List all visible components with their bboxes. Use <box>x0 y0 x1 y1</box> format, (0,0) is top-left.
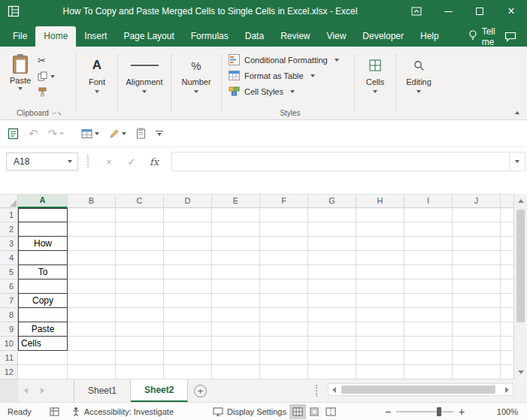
cell-B8[interactable] <box>68 308 116 322</box>
cell-J6[interactable] <box>453 279 501 294</box>
zoom-in-button[interactable]: + <box>456 406 467 418</box>
tell-me-box[interactable]: Tell me <box>468 26 504 47</box>
cell-A12[interactable] <box>18 365 68 379</box>
cell-J9[interactable] <box>453 322 501 337</box>
cell-H9[interactable] <box>356 322 404 337</box>
cell-J4[interactable] <box>453 251 501 265</box>
horizontal-scrollbar[interactable] <box>328 383 513 396</box>
redo-button[interactable]: ↷ <box>48 128 65 139</box>
ribbon-display-options-icon[interactable] <box>401 0 432 23</box>
column-header-d[interactable]: D <box>164 195 212 208</box>
cell-D3[interactable] <box>164 237 212 251</box>
tab-data[interactable]: Data <box>237 26 272 47</box>
cell-styles-button[interactable]: Cell Styles <box>229 83 352 99</box>
column-header-f[interactable]: F <box>260 195 308 208</box>
cell-I2[interactable] <box>404 222 453 237</box>
cell-I3[interactable] <box>404 237 453 251</box>
cell-F1[interactable] <box>260 208 308 222</box>
cell-C5[interactable] <box>116 265 164 279</box>
cell-H10[interactable] <box>356 337 404 351</box>
row-header-2[interactable]: 2 <box>0 222 18 237</box>
cell-G8[interactable] <box>308 308 356 322</box>
cell-G4[interactable] <box>308 251 356 265</box>
column-header-b[interactable]: B <box>68 195 116 208</box>
cell-F2[interactable] <box>260 222 308 237</box>
cell-F9[interactable] <box>260 322 308 337</box>
cell-I11[interactable] <box>404 351 453 365</box>
cell-B4[interactable] <box>68 251 116 265</box>
cell-E5[interactable] <box>212 265 260 279</box>
cell-D10[interactable] <box>164 337 212 351</box>
row-header-1[interactable]: 1 <box>0 208 18 222</box>
font-group-button[interactable]: A Font <box>77 48 117 119</box>
cell-A8[interactable] <box>18 308 68 322</box>
cell-A10[interactable]: Cells <box>18 337 68 351</box>
cell-E2[interactable] <box>212 222 260 237</box>
cell-G1[interactable] <box>308 208 356 222</box>
tab-insert[interactable]: Insert <box>76 26 115 47</box>
scroll-right-button[interactable] <box>501 384 513 395</box>
qat-pen-button[interactable] <box>109 128 126 139</box>
cell-J10[interactable] <box>453 337 501 351</box>
cell-E10[interactable] <box>212 337 260 351</box>
cell-C6[interactable] <box>116 279 164 294</box>
cell-I12[interactable] <box>404 365 453 379</box>
cell-E12[interactable] <box>212 365 260 379</box>
cut-button[interactable]: ✂ <box>38 55 55 66</box>
cell-G12[interactable] <box>308 365 356 379</box>
tab-page-layout[interactable]: Page Layout <box>115 26 182 47</box>
cell-C4[interactable] <box>116 251 164 265</box>
cell-D8[interactable] <box>164 308 212 322</box>
tab-developer[interactable]: Developer <box>354 26 412 47</box>
cell-J5[interactable] <box>453 265 501 279</box>
conditional-formatting-button[interactable]: Conditional Formatting <box>229 52 352 68</box>
cell-I7[interactable] <box>404 294 453 308</box>
scroll-down-button[interactable] <box>514 365 527 379</box>
next-sheet-button[interactable] <box>41 388 44 394</box>
row-header-5[interactable]: 5 <box>0 265 18 279</box>
vertical-scrollbar[interactable] <box>513 194 527 379</box>
sheet-tab-sheet1[interactable]: Sheet1 <box>74 379 131 402</box>
copy-button[interactable] <box>38 71 55 82</box>
cell-C10[interactable] <box>116 337 164 351</box>
row-header-4[interactable]: 4 <box>0 251 18 265</box>
cell-B12[interactable] <box>68 365 116 379</box>
cell-F5[interactable] <box>260 265 308 279</box>
cell-I6[interactable] <box>404 279 453 294</box>
tab-scrollbar-splitter[interactable] <box>316 385 317 397</box>
column-header-g[interactable]: G <box>308 195 356 208</box>
vertical-scrollbar-thumb[interactable] <box>516 210 525 322</box>
cell-H7[interactable] <box>356 294 404 308</box>
record-macro-button[interactable] <box>50 407 59 416</box>
format-painter-button[interactable] <box>38 86 55 98</box>
paste-button[interactable]: Paste <box>3 48 38 109</box>
tab-review[interactable]: Review <box>272 26 318 47</box>
cell-F11[interactable] <box>260 351 308 365</box>
tab-view[interactable]: View <box>319 26 355 47</box>
cell-C8[interactable] <box>116 308 164 322</box>
cell-H6[interactable] <box>356 279 404 294</box>
cell-G7[interactable] <box>308 294 356 308</box>
cell-H8[interactable] <box>356 308 404 322</box>
cell-D5[interactable] <box>164 265 212 279</box>
page-layout-view-button[interactable] <box>306 404 323 419</box>
cell-F6[interactable] <box>260 279 308 294</box>
cell-E3[interactable] <box>212 237 260 251</box>
cell-J2[interactable] <box>453 222 501 237</box>
horizontal-scroll-track[interactable] <box>340 384 501 395</box>
comments-icon[interactable] <box>504 26 516 47</box>
cell-J8[interactable] <box>453 308 501 322</box>
row-header-9[interactable]: 9 <box>0 322 18 337</box>
number-group-button[interactable]: % Number <box>172 48 220 119</box>
cell-F7[interactable] <box>260 294 308 308</box>
cell-H5[interactable] <box>356 265 404 279</box>
cell-H1[interactable] <box>356 208 404 222</box>
cell-E9[interactable] <box>212 322 260 337</box>
cell-H12[interactable] <box>356 365 404 379</box>
cell-C11[interactable] <box>116 351 164 365</box>
cells-group-button[interactable]: Cells <box>356 48 395 119</box>
zoom-slider[interactable] <box>396 411 453 412</box>
tab-formulas[interactable]: Formulas <box>183 26 237 47</box>
cell-A6[interactable] <box>18 279 68 294</box>
cell-D4[interactable] <box>164 251 212 265</box>
